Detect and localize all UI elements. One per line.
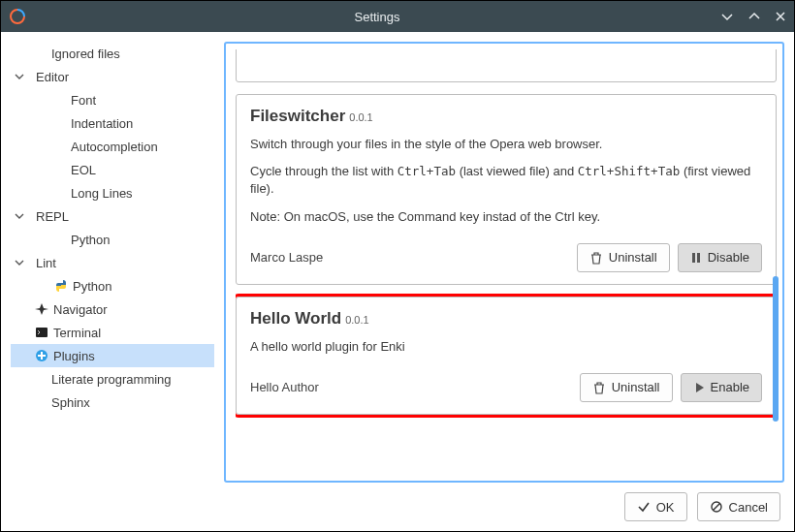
settings-tree[interactable]: Ignored filesEditorFontIndentationAutoco… (11, 42, 214, 483)
tree-item-eol[interactable]: EOL (11, 158, 214, 181)
tree-item-label: Navigator (53, 302, 113, 317)
chevron-down-icon[interactable] (13, 256, 26, 269)
tree-item-label: Long Lines (71, 186, 139, 201)
plugin-description-line: Note: On macOS, use the Command key inst… (250, 208, 762, 226)
settings-window: Settings Ignored filesEditorFontIndentat… (0, 0, 795, 532)
plugin-card-fileswitcher: Fileswitcher0.0.1Switch through your fil… (236, 94, 777, 285)
cancel-label: Cancel (729, 500, 768, 515)
chevron-down-icon[interactable] (13, 70, 26, 83)
plugins-panel: UninstallDisableFileswitcher0.0.1Switch … (224, 42, 784, 483)
tree-item-label: Editor (36, 70, 75, 84)
svg-rect-0 (36, 328, 48, 337)
uninstall-button[interactable]: Uninstall (580, 373, 673, 402)
plugin-description-line: Switch through your files in the style o… (250, 136, 762, 153)
plugin-description-line: Cycle through the list with Ctrl+Tab (la… (250, 163, 762, 198)
tree-item-label: Autocompletion (71, 140, 164, 154)
tree-item-label: Indentation (71, 116, 139, 131)
tree-item-label: Plugins (53, 349, 101, 363)
scrollbar-thumb[interactable] (773, 276, 779, 422)
python-icon (53, 278, 69, 294)
tree-item-label: Font (71, 93, 102, 108)
tree-item-lint[interactable]: Lint (11, 251, 214, 274)
tree-item-navigator[interactable]: Navigator (11, 297, 214, 321)
ok-label: OK (656, 500, 675, 515)
pause-icon (690, 252, 702, 264)
plugin-author: Marco Laspe (250, 250, 577, 265)
plugins-icon (34, 348, 49, 363)
plugin-card-clipped: UninstallDisable (236, 49, 777, 82)
enable-label: Enable (711, 380, 749, 394)
ok-button[interactable]: OK (624, 492, 687, 521)
tree-item-indentation[interactable]: Indentation (11, 111, 214, 135)
trash-icon (592, 381, 606, 394)
play-icon (693, 382, 705, 393)
svg-rect-3 (697, 253, 700, 263)
trash-icon (589, 251, 603, 265)
tree-item-label: Python (71, 233, 115, 247)
plugin-card-hello-world: Hello World0.0.1A hello world plugin for… (236, 297, 777, 415)
svg-line-5 (713, 504, 719, 511)
tree-item-label: Literate programming (51, 372, 177, 387)
tree-item-label: Ignored files (51, 47, 126, 61)
navigator-icon (34, 301, 49, 317)
enable-button[interactable]: Enable (681, 373, 762, 402)
tree-item-literate-programming[interactable]: Literate programming (11, 367, 214, 391)
close-icon[interactable] (775, 11, 786, 22)
tree-item-label: Sphinx (51, 395, 96, 410)
maximize-icon[interactable] (747, 10, 761, 23)
tree-item-label: REPL (36, 209, 75, 224)
tree-item-label: Python (73, 279, 117, 294)
plugin-author: Hello Author (250, 380, 580, 394)
plugin-name: Fileswitcher (250, 107, 345, 125)
uninstall-label: Uninstall (609, 250, 657, 265)
tree-item-ignored-files[interactable]: Ignored files (11, 42, 214, 65)
svg-rect-2 (692, 253, 695, 263)
tree-item-terminal[interactable]: Terminal (11, 321, 214, 344)
tree-item-label: Terminal (53, 326, 107, 340)
dialog-buttons: OK Cancel (1, 483, 794, 531)
tree-item-autocompletion[interactable]: Autocompletion (11, 135, 214, 158)
tree-item-plugins[interactable]: Plugins (11, 344, 214, 367)
tree-item-label: Lint (36, 256, 62, 270)
tree-item-label: EOL (71, 163, 102, 177)
plugin-version: 0.0.1 (349, 111, 372, 123)
titlebar: Settings (1, 1, 794, 32)
window-title: Settings (34, 10, 720, 24)
plugin-description-line: A hello world plugin for Enki (250, 338, 762, 356)
tree-item-repl[interactable]: REPL (11, 204, 214, 228)
uninstall-label: Uninstall (612, 380, 660, 394)
minimize-icon[interactable] (720, 10, 734, 23)
terminal-icon (34, 325, 49, 340)
plugin-version: 0.0.1 (345, 314, 368, 326)
tree-item-editor[interactable]: Editor (11, 65, 214, 88)
chevron-down-icon[interactable] (13, 209, 26, 223)
cancel-button[interactable]: Cancel (697, 492, 780, 521)
check-icon (637, 500, 651, 514)
tree-item-sphinx[interactable]: Sphinx (11, 391, 214, 414)
uninstall-button[interactable]: Uninstall (577, 243, 670, 272)
tree-item-python[interactable]: Python (11, 274, 214, 297)
tree-item-font[interactable]: Font (11, 88, 214, 111)
disable-button[interactable]: Disable (678, 243, 762, 272)
tree-item-python[interactable]: Python (11, 228, 214, 251)
plugin-name: Hello World (250, 309, 341, 328)
cancel-icon (710, 500, 723, 514)
tree-item-long-lines[interactable]: Long Lines (11, 181, 214, 204)
disable-label: Disable (708, 250, 749, 265)
app-icon (9, 8, 26, 25)
